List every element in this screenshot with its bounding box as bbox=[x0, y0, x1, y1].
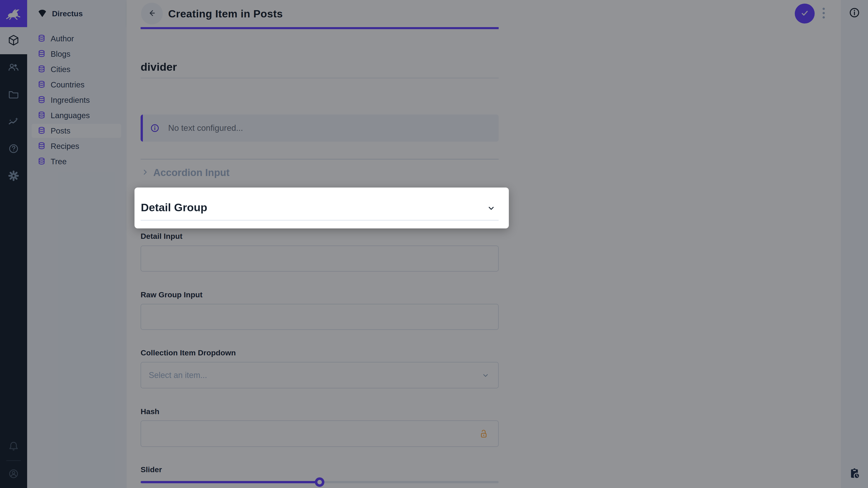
slider-input bbox=[141, 477, 499, 487]
sidebar-item-posts[interactable]: Posts bbox=[32, 124, 121, 138]
collection-item-dropdown-label: Collection Item Dropdown bbox=[141, 348, 499, 357]
collection-item-dropdown[interactable]: Select an item... bbox=[141, 362, 499, 388]
save-button[interactable] bbox=[795, 4, 815, 24]
sidebar-item-blogs[interactable]: Blogs bbox=[32, 47, 121, 61]
right-sidebar bbox=[841, 0, 868, 488]
account-circle-icon bbox=[7, 468, 20, 481]
sidebar-item-ingredients[interactable]: Ingredients bbox=[32, 93, 121, 107]
info-icon bbox=[848, 16, 861, 20]
lock-open-icon bbox=[478, 429, 489, 440]
slider-knob[interactable] bbox=[315, 477, 324, 487]
raw-group-input-label: Raw Group Input bbox=[141, 290, 499, 299]
chevron-down-icon bbox=[481, 371, 490, 381]
sidebar-item-recipes[interactable]: Recipes bbox=[32, 139, 121, 153]
sidebar-item-cities[interactable]: Cities bbox=[32, 62, 121, 76]
sidebar-item-users[interactable] bbox=[0, 54, 27, 81]
slider-fill bbox=[141, 481, 320, 483]
navigation-sidebar: Directus Author Blogs Cities Countries I… bbox=[27, 0, 127, 488]
folder-icon bbox=[7, 88, 20, 101]
clipboard-clock-icon bbox=[848, 477, 861, 481]
sidebar-item-content[interactable] bbox=[0, 27, 27, 54]
database-icon bbox=[37, 157, 46, 166]
database-icon bbox=[37, 50, 46, 59]
project-switcher[interactable]: Directus bbox=[27, 0, 127, 27]
gear-icon bbox=[7, 170, 20, 183]
arrow-left-icon bbox=[147, 8, 157, 20]
collection-label: Languages bbox=[51, 111, 90, 120]
divider-heading: divider bbox=[141, 61, 499, 73]
module-bar bbox=[0, 0, 27, 488]
database-icon bbox=[37, 111, 46, 120]
collection-label: Author bbox=[51, 34, 74, 43]
accordion-top-rule bbox=[141, 159, 499, 160]
collection-label: Ingredients bbox=[51, 96, 90, 105]
database-icon bbox=[37, 96, 46, 105]
divider-rule bbox=[141, 78, 499, 78]
database-icon bbox=[37, 142, 46, 151]
form-content: divider No text configured... bbox=[127, 27, 841, 488]
kebab-menu-icon bbox=[822, 7, 825, 20]
page-title: Creating Item in Posts bbox=[168, 7, 283, 20]
info-sidebar-button[interactable] bbox=[848, 6, 861, 20]
insights-icon bbox=[7, 116, 20, 129]
collection-list: Author Blogs Cities Countries Ingredient… bbox=[32, 32, 121, 170]
detail-input-label: Detail Input bbox=[141, 232, 499, 240]
notice-text: No text configured... bbox=[168, 123, 243, 133]
options-menu-button[interactable] bbox=[819, 7, 828, 20]
accordion-label: Accordion Input bbox=[153, 167, 229, 178]
people-icon bbox=[7, 61, 20, 74]
back-button[interactable] bbox=[141, 3, 163, 24]
sidebar-item-help[interactable] bbox=[0, 135, 27, 163]
bell-icon bbox=[7, 441, 20, 454]
raw-group-input-field[interactable] bbox=[141, 304, 499, 330]
directus-app: Directus Author Blogs Cities Countries I… bbox=[0, 0, 868, 488]
check-icon bbox=[799, 7, 810, 20]
main-area: Creating Item in Posts divider bbox=[127, 0, 841, 488]
database-icon bbox=[37, 126, 46, 135]
directus-rabbit-logo bbox=[5, 5, 22, 22]
sidebar-item-tree[interactable]: Tree bbox=[32, 155, 121, 168]
box-icon bbox=[7, 34, 20, 47]
chevron-down-icon bbox=[486, 203, 496, 214]
info-icon bbox=[150, 123, 160, 133]
detail-group-title: Detail Group bbox=[141, 201, 207, 214]
revisions-sidebar-button[interactable] bbox=[848, 467, 861, 481]
notifications-button[interactable] bbox=[0, 433, 27, 461]
hash-label: Hash bbox=[141, 407, 499, 416]
accordion-input-header[interactable]: Accordion Input bbox=[141, 165, 499, 180]
sidebar-item-files[interactable] bbox=[0, 81, 27, 108]
detail-input-field[interactable] bbox=[141, 246, 499, 271]
signal-wedge-icon bbox=[37, 8, 48, 19]
notice-accent-bar bbox=[141, 115, 143, 142]
sidebar-item-insights[interactable] bbox=[0, 108, 27, 135]
collection-label: Recipes bbox=[51, 142, 79, 151]
notice: No text configured... bbox=[141, 115, 499, 142]
help-circle-icon bbox=[7, 142, 20, 156]
collection-label: Cities bbox=[51, 65, 70, 74]
chevron-right-icon bbox=[141, 168, 150, 177]
database-icon bbox=[37, 65, 46, 74]
detail-group-card[interactable]: Detail Group bbox=[134, 188, 509, 228]
collection-label: Countries bbox=[51, 80, 85, 89]
detail-group-rule bbox=[141, 220, 499, 221]
collection-label: Posts bbox=[51, 126, 70, 135]
sidebar-item-settings[interactable] bbox=[0, 163, 27, 190]
sidebar-item-languages[interactable]: Languages bbox=[32, 108, 121, 123]
sidebar-item-countries[interactable]: Countries bbox=[32, 78, 121, 92]
database-icon bbox=[37, 34, 46, 43]
dropdown-placeholder: Select an item... bbox=[149, 370, 207, 380]
collection-label: Blogs bbox=[51, 50, 70, 59]
account-button[interactable] bbox=[0, 461, 27, 488]
group-top-border bbox=[141, 27, 499, 29]
slider-label: Slider bbox=[141, 465, 499, 474]
collection-label: Tree bbox=[51, 157, 67, 166]
page-header: Creating Item in Posts bbox=[127, 0, 841, 27]
logo-button[interactable] bbox=[0, 0, 27, 27]
sidebar-item-author[interactable]: Author bbox=[32, 32, 121, 46]
database-icon bbox=[37, 80, 46, 89]
project-name: Directus bbox=[52, 9, 83, 18]
hash-field[interactable] bbox=[141, 420, 499, 447]
